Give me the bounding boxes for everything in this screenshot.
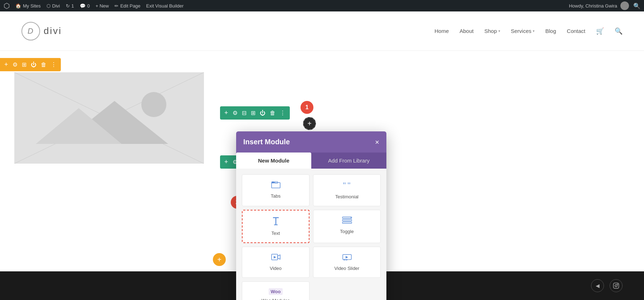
section-delete-btn[interactable]: 🗑 bbox=[41, 62, 47, 68]
video-slider-label: Video Slider bbox=[335, 266, 360, 271]
new-link[interactable]: + New bbox=[96, 3, 109, 9]
comments-icon: 💬 bbox=[80, 3, 86, 9]
site-header: D divi Home About Shop ▾ Services ▾ Blog… bbox=[0, 11, 644, 51]
text-label: Text bbox=[272, 231, 280, 236]
divi-icon: ⬡ bbox=[47, 3, 50, 9]
testimonial-icon: " " bbox=[342, 181, 352, 191]
add-row2-btn[interactable]: + bbox=[224, 158, 228, 166]
text-icon bbox=[272, 217, 280, 228]
nav-services[interactable]: Services ▾ bbox=[511, 28, 535, 34]
add-module-btn[interactable]: + bbox=[303, 117, 316, 130]
row-settings-btn[interactable]: ⚙ bbox=[233, 110, 238, 116]
tab-add-from-library[interactable]: Add From Library bbox=[311, 153, 386, 169]
video-slider-icon bbox=[342, 253, 352, 263]
svg-marker-22 bbox=[346, 256, 348, 258]
add-section-btn-footer[interactable]: + bbox=[213, 253, 226, 266]
svg-rect-16 bbox=[342, 222, 352, 223]
admin-bar-right: Howdy, Christina Gwira 🔍 bbox=[569, 1, 640, 10]
testimonial-label: Testimonial bbox=[335, 194, 358, 199]
image-placeholder bbox=[14, 72, 204, 164]
nav-blog[interactable]: Blog bbox=[545, 28, 556, 34]
svg-point-28 bbox=[617, 284, 618, 285]
video-icon bbox=[271, 253, 280, 263]
toggle-label: Toggle bbox=[340, 229, 353, 234]
arrow-left-icon[interactable]: ◀ bbox=[591, 279, 604, 292]
site-logo[interactable]: D divi bbox=[21, 22, 62, 40]
exit-builder-link[interactable]: Exit Visual Builder bbox=[146, 3, 184, 9]
my-sites-link[interactable]: 🏠 My Sites bbox=[15, 3, 41, 9]
row-toolbar-1: + ⚙ ⊟ ⊞ ⏻ 🗑 ⋮ bbox=[220, 106, 290, 120]
updates-link[interactable]: ↻ 1 bbox=[66, 3, 74, 9]
shop-chevron-icon: ▾ bbox=[498, 29, 500, 33]
dialog-body: Tabs " " Testimonial bbox=[236, 169, 386, 300]
svg-marker-20 bbox=[274, 256, 276, 258]
add-row-btn[interactable]: + bbox=[224, 109, 228, 117]
page-content: + ⚙ ⊞ ⏻ 🗑 ⋮ + ⚙ ⊟ ⊞ ⏻ 🗑 ⋮ 1 + bbox=[0, 51, 644, 300]
dialog-title: Insert Module bbox=[243, 138, 290, 146]
module-video[interactable]: Video bbox=[242, 247, 309, 278]
svg-rect-24 bbox=[346, 260, 347, 260]
add-section-btn[interactable]: + bbox=[4, 61, 8, 68]
dialog-close-btn[interactable]: × bbox=[375, 139, 379, 146]
row-power-btn[interactable]: ⏻ bbox=[260, 110, 265, 116]
nav-about[interactable]: About bbox=[459, 28, 473, 34]
logo-circle: D bbox=[21, 22, 40, 40]
row-columns-btn[interactable]: ⊞ bbox=[251, 110, 255, 116]
section-columns-btn[interactable]: ⊞ bbox=[22, 61, 26, 68]
edit-icon: ✏ bbox=[114, 3, 118, 9]
tabs-label: Tabs bbox=[271, 193, 280, 199]
svg-rect-25 bbox=[348, 260, 350, 260]
section-power-btn[interactable]: ⏻ bbox=[31, 62, 36, 68]
toggle-icon bbox=[342, 217, 352, 226]
my-sites-icon: 🏠 bbox=[15, 3, 21, 9]
cart-icon[interactable]: 🛒 bbox=[596, 27, 604, 35]
module-text[interactable]: Text bbox=[242, 210, 309, 243]
row-layout-btn[interactable]: ⊟ bbox=[242, 110, 247, 116]
nav-home[interactable]: Home bbox=[434, 28, 449, 34]
module-woo[interactable]: Woo Woo Modules bbox=[242, 281, 309, 300]
divi-link[interactable]: ⬡ Divi bbox=[47, 3, 60, 9]
nav-contact[interactable]: Contact bbox=[567, 28, 585, 34]
badge-1: 1 bbox=[301, 101, 313, 114]
svg-point-27 bbox=[615, 285, 617, 287]
svg-text:": " bbox=[343, 181, 346, 189]
section-toolbar: + ⚙ ⊞ ⏻ 🗑 ⋮ bbox=[0, 58, 61, 71]
row-delete-btn[interactable]: 🗑 bbox=[270, 110, 275, 116]
svg-text:": " bbox=[347, 181, 351, 189]
woo-icon: Woo bbox=[269, 288, 283, 295]
user-greeting[interactable]: Howdy, Christina Gwira bbox=[569, 1, 629, 10]
nav-shop[interactable]: Shop ▾ bbox=[484, 28, 500, 34]
svg-rect-7 bbox=[272, 182, 274, 183]
video-label: Video bbox=[270, 266, 282, 271]
module-video-slider[interactable]: Video Slider bbox=[313, 247, 381, 278]
updates-icon: ↻ bbox=[66, 3, 70, 9]
admin-bar: ⬡ 🏠 My Sites ⬡ Divi ↻ 1 💬 0 + New ✏ Edit… bbox=[0, 0, 644, 11]
search-icon[interactable]: 🔍 bbox=[633, 3, 640, 9]
wordpress-icon[interactable]: ⬡ bbox=[4, 1, 10, 10]
services-chevron-icon: ▾ bbox=[533, 29, 535, 33]
edit-page-link[interactable]: ✏ Edit Page bbox=[114, 3, 140, 9]
svg-marker-19 bbox=[278, 255, 280, 259]
instagram-icon[interactable] bbox=[610, 279, 623, 292]
svg-point-5 bbox=[141, 92, 166, 117]
insert-module-dialog: Insert Module × New Module Add From Libr… bbox=[236, 131, 386, 300]
module-tabs[interactable]: Tabs bbox=[242, 174, 309, 206]
dialog-header: Insert Module × bbox=[236, 131, 386, 153]
section-settings-btn[interactable]: ⚙ bbox=[13, 61, 18, 68]
woo-label: Woo Modules bbox=[262, 298, 290, 300]
tab-new-module[interactable]: New Module bbox=[236, 153, 311, 169]
user-avatar bbox=[620, 1, 629, 10]
section-more-btn[interactable]: ⋮ bbox=[51, 61, 57, 68]
footer-social: ◀ bbox=[591, 279, 623, 292]
svg-rect-26 bbox=[614, 283, 619, 289]
comments-link[interactable]: 💬 0 bbox=[80, 3, 90, 9]
row-more-btn[interactable]: ⋮ bbox=[280, 110, 286, 116]
module-toggle[interactable]: Toggle bbox=[313, 210, 381, 243]
dialog-tabs: New Module Add From Library bbox=[236, 153, 386, 169]
tabs-icon bbox=[271, 181, 280, 190]
svg-rect-23 bbox=[343, 260, 345, 260]
svg-rect-15 bbox=[342, 219, 352, 221]
site-navigation: Home About Shop ▾ Services ▾ Blog Contac… bbox=[434, 27, 623, 35]
module-testimonial[interactable]: " " Testimonial bbox=[313, 174, 381, 206]
search-icon[interactable]: 🔍 bbox=[615, 27, 623, 35]
